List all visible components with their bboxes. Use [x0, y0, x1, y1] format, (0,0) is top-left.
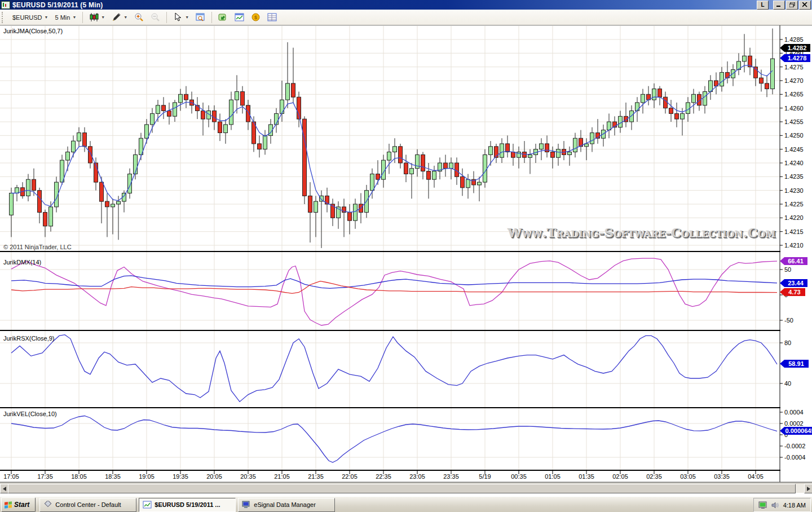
price-axis-tick: 1.4210 — [784, 242, 804, 249]
windows-logo-icon — [5, 501, 12, 508]
vel-axis-tick: 0.0002 — [784, 420, 804, 427]
dmx-panel-indicator-label: JurikDMX(14) — [3, 259, 41, 266]
time-axis-label: 02:05 — [612, 473, 628, 480]
time-axis-label: 17:05 — [3, 473, 19, 480]
time-axis-label: 17:35 — [37, 473, 53, 480]
price-axis-tick: 1.4260 — [784, 105, 804, 112]
price-axis-tick: 1.4250 — [784, 132, 804, 139]
vel-axis-tick: -0.0002 — [784, 443, 805, 449]
last-price-badge: 1.4282 — [780, 44, 810, 52]
left-arrow-icon — [3, 487, 6, 491]
taskbar-item-label: $EURUSD 5/19/2011 ... — [155, 501, 220, 508]
rsx-axis-tick: 40 — [784, 380, 791, 387]
time-axis-label: 01:35 — [579, 473, 594, 480]
scroll-left-button[interactable] — [0, 484, 8, 493]
price-axis-tick: 1.4265 — [784, 91, 804, 98]
price-panel-indicator-label: JurikJMA(Close,50,7) — [3, 28, 63, 34]
vel-value-badge: 0.0000645 — [780, 427, 812, 435]
taskbar-item-esignal[interactable]: eSignal Data Manager — [238, 498, 335, 512]
time-axis-label: 21:05 — [274, 473, 290, 480]
dmx-adx-badge: 23.44 — [780, 279, 807, 287]
time-axis-label: 22:35 — [376, 473, 391, 480]
time-axis-label: 00:35 — [511, 473, 527, 480]
time-axis-label: 20:05 — [206, 473, 222, 480]
system-tray: 4:18 AM — [753, 498, 811, 512]
vel-panel-indicator-label: JurikVEL(Close,10) — [3, 411, 57, 417]
control-center-icon — [43, 501, 52, 509]
time-axis-label: 23:35 — [443, 473, 459, 480]
time-axis-label: 19:05 — [139, 473, 155, 480]
time-axis-label: 04:05 — [748, 473, 764, 480]
taskbar: Start Control Center - Default $EURUSD 5… — [0, 496, 812, 512]
time-axis-label: 01:05 — [545, 473, 561, 480]
start-button[interactable]: Start — [1, 497, 36, 512]
clock: 4:18 AM — [783, 502, 806, 509]
price-axis-tick: 1.4255 — [784, 118, 804, 125]
scroll-right-button[interactable] — [804, 484, 812, 493]
time-axis-label: 18:35 — [105, 473, 121, 480]
chart-plot-area[interactable] — [0, 0, 812, 512]
volume-icon[interactable] — [771, 501, 780, 509]
time-axis-label: 20:35 — [240, 473, 256, 480]
right-arrow-icon — [807, 487, 810, 491]
network-monitor-icon[interactable] — [758, 501, 767, 509]
price-axis-tick: 1.4245 — [784, 146, 804, 153]
watermark-text: Www.Trading-Software-Collection.Com — [508, 225, 778, 240]
time-axis-label: 22:05 — [342, 473, 358, 480]
taskbar-item-control-center[interactable]: Control Center - Default — [39, 498, 136, 512]
price-axis-tick: 1.4285 — [784, 36, 804, 43]
copyright-text: © 2011 NinjaTrader, LLC — [3, 244, 72, 250]
price-axis-tick: 1.4225 — [784, 201, 804, 208]
time-axis-label: 02:35 — [646, 473, 662, 480]
horizontal-scrollbar[interactable] — [0, 483, 812, 493]
time-axis-label: 03:35 — [714, 473, 730, 480]
rsx-value-badge: 58.91 — [780, 360, 809, 368]
esignal-icon — [242, 501, 251, 509]
time-axis-label: 03:05 — [680, 473, 696, 480]
vel-axis-tick: 0.0004 — [784, 409, 804, 416]
time-axis-label: 18:05 — [71, 473, 87, 480]
price-axis-tick: 1.4220 — [784, 214, 804, 221]
price-axis-tick: 1.4240 — [784, 160, 804, 166]
rsx-axis-tick: 80 — [784, 339, 791, 346]
price-axis-tick: 1.4235 — [784, 173, 804, 180]
taskbar-item-label: Control Center - Default — [55, 501, 121, 508]
taskbar-item-chart[interactable]: $EURUSD 5/19/2011 ... — [139, 498, 236, 512]
time-axis-label: 21:35 — [308, 473, 324, 480]
taskbar-item-label: eSignal Data Manager — [254, 501, 315, 508]
vel-axis-tick: -0.0004 — [784, 454, 805, 461]
time-axis-label: 23:05 — [409, 473, 425, 480]
close-price-badge: 1.4278 — [780, 54, 810, 62]
ninjatrader-chart-window: $EURUSD 5/19/2011 (5 Min) L $EURUSD ▼ 5 … — [0, 0, 812, 512]
price-axis-tick: 1.4270 — [784, 77, 804, 84]
rsx-panel-indicator-label: JurikRSX(Close,9) — [3, 335, 54, 342]
price-axis-tick: 1.4230 — [784, 187, 804, 194]
chart-icon — [143, 501, 152, 509]
dmx-axis-tick: 50 — [784, 266, 791, 273]
price-axis-tick: 1.4215 — [784, 228, 804, 235]
price-axis-tick: 1.4275 — [784, 64, 804, 70]
time-axis-label: 19:35 — [173, 473, 188, 480]
time-axis-label: 5/19 — [479, 473, 491, 480]
dmx-axis-tick: -50 — [784, 317, 793, 324]
dmx-plus-badge: 66.41 — [780, 257, 807, 265]
start-label: Start — [14, 501, 29, 509]
dmx-minus-badge: 4.73 — [780, 288, 805, 296]
scrollbar-thumb[interactable] — [8, 484, 796, 493]
